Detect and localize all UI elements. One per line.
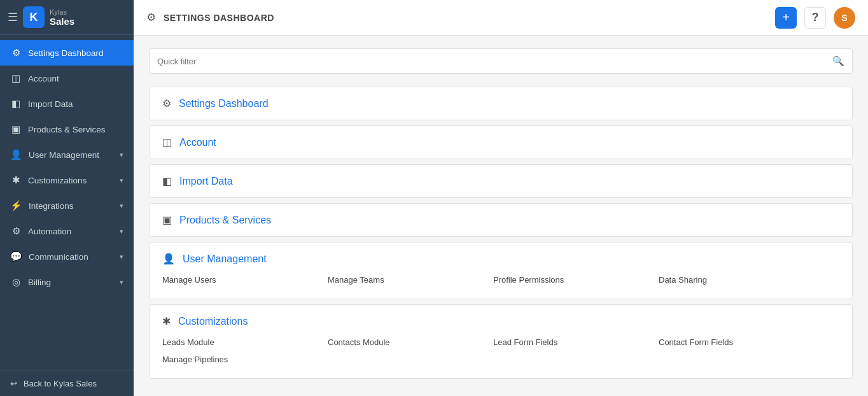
- section-products-services: ▣ Products & Services: [149, 203, 853, 237]
- sidebar-item-products-services[interactable]: ▣ Products & Services: [0, 117, 134, 142]
- section-user-management-header[interactable]: 👤 User Management: [162, 253, 839, 265]
- billing-icon: ◎: [10, 276, 22, 288]
- section-customizations-title: Customizations: [178, 316, 248, 327]
- user-management-sub-items: Manage Users Manage Teams Profile Permis…: [162, 271, 839, 288]
- sidebar-header: ☰ K Kylas Sales: [0, 0, 134, 35]
- sidebar-item-label: Products & Services: [28, 125, 123, 134]
- chevron-down-icon: ▾: [120, 151, 123, 159]
- search-icon: 🔍: [832, 55, 844, 67]
- topbar-actions: + ? S: [775, 7, 855, 29]
- content-area: 🔍 ⚙ Settings Dashboard ◫ Account ◧ Impor…: [134, 36, 868, 396]
- sidebar-item-settings-dashboard[interactable]: ⚙ Settings Dashboard: [0, 40, 134, 66]
- section-account-icon: ◫: [162, 136, 172, 148]
- sidebar-item-account[interactable]: ◫ Account: [0, 66, 134, 91]
- section-settings-dashboard-header[interactable]: ⚙ Settings Dashboard: [162, 97, 839, 110]
- integrations-icon: ⚡: [10, 200, 22, 211]
- section-products-services-header[interactable]: ▣ Products & Services: [162, 214, 839, 226]
- sub-item-manage-teams[interactable]: Manage Teams: [328, 271, 493, 288]
- topbar-gear-icon: ⚙: [146, 11, 156, 24]
- section-gear-icon: ⚙: [162, 97, 171, 110]
- section-account-header[interactable]: ◫ Account: [162, 136, 839, 148]
- sidebar-item-user-management[interactable]: 👤 User Management ▾: [0, 142, 134, 167]
- sidebar-item-customizations[interactable]: ✱ Customizations ▾: [0, 167, 134, 193]
- sidebar: ☰ K Kylas Sales ⚙ Settings Dashboard ◫ A…: [0, 0, 134, 396]
- footer-label: Back to Kylas Sales: [24, 379, 97, 388]
- avatar[interactable]: S: [834, 7, 855, 29]
- brand-product: Sales: [50, 16, 74, 27]
- sidebar-item-automation[interactable]: ⚙ Automation ▾: [0, 218, 134, 244]
- logo-icon: K: [23, 6, 45, 28]
- section-customizations-header[interactable]: ✱ Customizations: [162, 315, 839, 327]
- sidebar-item-label: Settings Dashboard: [28, 48, 123, 58]
- help-button[interactable]: ?: [804, 7, 826, 29]
- chevron-down-icon: ▾: [120, 176, 123, 185]
- section-products-icon: ▣: [162, 214, 172, 226]
- communication-icon: 💬: [10, 251, 22, 262]
- section-user-management-title: User Management: [183, 253, 267, 265]
- sidebar-item-label: Automation: [28, 227, 113, 236]
- sidebar-item-label: Customizations: [28, 176, 113, 185]
- sidebar-item-communication[interactable]: 💬 Communication ▾: [0, 244, 134, 269]
- add-button[interactable]: +: [775, 7, 797, 29]
- section-import-data: ◧ Import Data: [149, 164, 853, 198]
- sub-item-manage-pipelines[interactable]: Manage Pipelines: [162, 351, 328, 368]
- sidebar-item-label: Integrations: [29, 201, 113, 211]
- chevron-down-icon: ▾: [120, 253, 123, 261]
- import-data-icon: ◧: [10, 98, 22, 110]
- section-settings-dashboard-title: Settings Dashboard: [179, 98, 269, 110]
- sidebar-item-label: Communication: [29, 252, 113, 262]
- customizations-sub-items: Leads Module Contacts Module Lead Form F…: [162, 334, 839, 368]
- products-services-icon: ▣: [10, 124, 22, 135]
- search-input[interactable]: [157, 57, 832, 66]
- sub-item-contacts-module[interactable]: Contacts Module: [328, 334, 493, 351]
- section-settings-dashboard: ⚙ Settings Dashboard: [149, 87, 853, 120]
- sidebar-item-label: Billing: [28, 278, 113, 287]
- quick-filter-bar: 🔍: [149, 48, 853, 74]
- sub-item-leads-module[interactable]: Leads Module: [162, 334, 328, 351]
- sub-item-data-sharing[interactable]: Data Sharing: [659, 271, 824, 288]
- brand-text: Kylas Sales: [50, 8, 74, 27]
- sub-item-lead-form-fields[interactable]: Lead Form Fields: [493, 334, 659, 351]
- page-title: SETTINGS DASHBOARD: [164, 13, 767, 23]
- automation-icon: ⚙: [10, 225, 22, 237]
- sub-item-profile-permissions[interactable]: Profile Permissions: [493, 271, 659, 288]
- back-to-kylas-sales-button[interactable]: ↩ Back to Kylas Sales: [0, 371, 134, 396]
- sidebar-item-import-data[interactable]: ◧ Import Data: [0, 91, 134, 117]
- sidebar-item-label: User Management: [29, 150, 113, 160]
- hamburger-icon[interactable]: ☰: [8, 10, 18, 24]
- user-management-icon: 👤: [10, 149, 22, 160]
- main-area: ⚙ SETTINGS DASHBOARD + ? S 🔍 ⚙ Settings …: [134, 0, 868, 396]
- section-import-data-title: Import Data: [179, 176, 233, 187]
- back-icon: ↩: [10, 379, 17, 388]
- settings-dashboard-icon: ⚙: [10, 47, 22, 59]
- sidebar-item-label: Import Data: [28, 99, 123, 109]
- sub-item-manage-users[interactable]: Manage Users: [162, 271, 328, 288]
- sidebar-nav: ⚙ Settings Dashboard ◫ Account ◧ Import …: [0, 35, 134, 371]
- sidebar-item-integrations[interactable]: ⚡ Integrations ▾: [0, 193, 134, 218]
- chevron-down-icon: ▾: [120, 202, 123, 210]
- section-account: ◫ Account: [149, 125, 853, 159]
- section-user-management: 👤 User Management Manage Users Manage Te…: [149, 242, 853, 299]
- section-import-data-icon: ◧: [162, 175, 172, 187]
- section-user-management-icon: 👤: [162, 253, 175, 265]
- account-icon: ◫: [10, 73, 22, 84]
- sub-item-contact-form-fields[interactable]: Contact Form Fields: [659, 334, 824, 351]
- section-account-title: Account: [179, 137, 216, 148]
- section-import-data-header[interactable]: ◧ Import Data: [162, 175, 839, 187]
- section-customizations-icon: ✱: [162, 315, 171, 327]
- section-customizations: ✱ Customizations Leads Module Contacts M…: [149, 304, 853, 379]
- sidebar-item-billing[interactable]: ◎ Billing ▾: [0, 269, 134, 295]
- topbar: ⚙ SETTINGS DASHBOARD + ? S: [134, 0, 868, 36]
- sidebar-item-label: Account: [28, 74, 123, 83]
- chevron-down-icon: ▾: [120, 278, 123, 286]
- section-products-services-title: Products & Services: [179, 215, 271, 226]
- brand-company: Kylas: [50, 8, 74, 16]
- customizations-icon: ✱: [10, 174, 22, 186]
- chevron-down-icon: ▾: [120, 227, 123, 236]
